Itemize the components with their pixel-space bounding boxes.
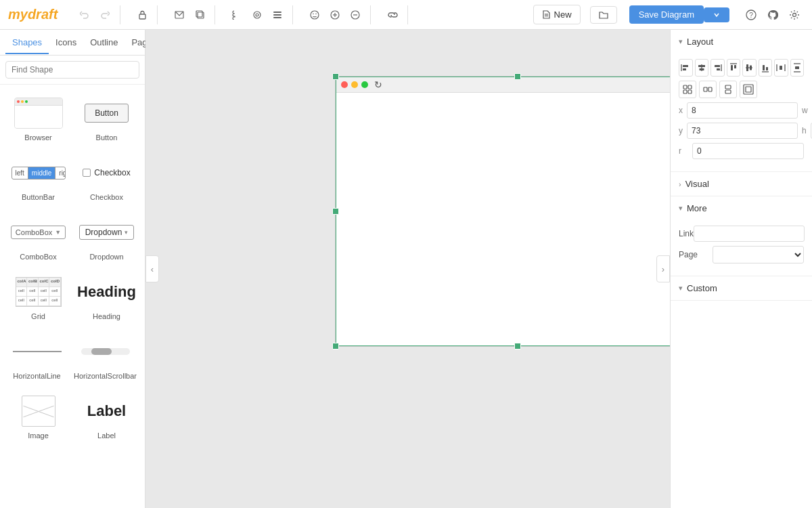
collapse-left-button[interactable]: ‹	[145, 255, 159, 282]
align-center-h-button[interactable]	[695, 59, 709, 77]
shape-horizontalscrollbar[interactable]: HorizontalScrollbar	[71, 329, 139, 385]
frame-titlebar: ↻	[336, 77, 670, 93]
shape-dropdown-label: Dropdown	[89, 253, 123, 261]
github-icon[interactable]	[763, 5, 782, 24]
redo-button[interactable]	[95, 5, 114, 24]
link-input[interactable]	[694, 226, 805, 242]
more-content: Link Page	[671, 220, 812, 276]
connect-btn-2[interactable]	[699, 81, 717, 98]
shape-horizontalline-label: HorizontalLine	[13, 372, 60, 380]
connect-btn-3[interactable]	[719, 81, 737, 98]
more-section: ▾ More Link Page	[671, 196, 812, 276]
more-header[interactable]: ▾ More	[671, 196, 812, 220]
handle-middle-left[interactable]	[332, 208, 339, 215]
save-dropdown-button[interactable]	[704, 7, 729, 22]
align-left-button[interactable]	[679, 59, 693, 77]
main-area: Shapes Icons Outline Pag ···	[0, 30, 812, 508]
shape-combobox-label: ComboBox	[20, 253, 56, 261]
custom-section: ▾ Custom	[671, 276, 812, 301]
svg-point-5	[256, 14, 258, 16]
distribute-h-button[interactable]	[774, 59, 788, 77]
shape-buttonbar[interactable]: leftmiddleright ButtonBar	[5, 150, 71, 207]
svg-rect-47	[688, 90, 692, 93]
format-button[interactable]	[248, 5, 267, 24]
shape-button[interactable]: Button Button	[74, 90, 139, 147]
visual-label: Visual	[685, 179, 709, 189]
shape-image[interactable]: Image	[5, 388, 71, 445]
canvas-frame[interactable]: ↻	[335, 76, 670, 347]
handle-bottom-left[interactable]	[332, 343, 339, 350]
left-tabs: Shapes Icons Outline Pag ···	[0, 30, 145, 56]
emoji1-button[interactable]	[305, 5, 324, 24]
lock-button[interactable]	[133, 5, 152, 24]
svg-rect-0	[139, 14, 145, 19]
cmd-button[interactable]	[227, 5, 246, 24]
layout-header[interactable]: ▾ Layout	[671, 30, 812, 54]
undo-button[interactable]	[75, 5, 94, 24]
collapse-right-button[interactable]: ›	[656, 255, 670, 282]
frame-refresh-icon[interactable]: ↻	[374, 79, 382, 90]
h-label: h	[802, 126, 807, 135]
distribute-v-button[interactable]	[790, 59, 805, 77]
y-label: y	[679, 126, 683, 135]
shape-heading[interactable]: Heading Heading	[74, 269, 139, 326]
page-select[interactable]	[713, 246, 804, 263]
connect-btn-4[interactable]	[740, 81, 757, 98]
r-input[interactable]	[692, 143, 804, 159]
shape-checkbox[interactable]: Checkbox Checkbox	[74, 150, 139, 207]
shape-horizontalline[interactable]: HorizontalLine	[5, 329, 68, 385]
shape-image-label: Image	[28, 431, 49, 440]
svg-rect-3	[196, 11, 202, 17]
page-label: Page	[679, 250, 713, 259]
folder-button[interactable]	[590, 6, 617, 24]
align-top-button[interactable]	[727, 59, 741, 77]
new-button[interactable]: New	[533, 5, 581, 24]
svg-rect-39	[766, 67, 768, 70]
visual-header[interactable]: › Visual	[671, 172, 812, 196]
canvas-area[interactable]: ‹ › ↻	[145, 30, 670, 508]
emoji2-button[interactable]	[325, 5, 344, 24]
x-input[interactable]	[687, 102, 798, 119]
save-diagram-button[interactable]: Save Diagram	[629, 5, 704, 24]
link-group	[378, 5, 408, 24]
shape-buttonbar-label: ButtonBar	[22, 193, 55, 201]
svg-rect-8	[273, 17, 281, 18]
xw-row: x w	[679, 102, 804, 119]
shape-combobox[interactable]: ComboBox ▼ ComboBox	[5, 209, 71, 266]
tab-icons[interactable]: Icons	[49, 32, 83, 54]
visual-section: › Visual	[671, 172, 812, 196]
x-label: x	[679, 106, 683, 115]
y-input[interactable]	[687, 123, 798, 139]
settings-icon[interactable]	[785, 5, 804, 24]
tab-outline[interactable]: Outline	[83, 32, 125, 54]
link-label: Link	[679, 229, 694, 238]
svg-point-21	[793, 13, 796, 16]
more-button[interactable]	[268, 5, 287, 24]
link-button[interactable]	[383, 5, 402, 24]
handle-bottom-center[interactable]	[514, 343, 521, 350]
align-right-button[interactable]	[710, 59, 725, 77]
align-middle-v-button[interactable]	[742, 59, 757, 77]
shape-button-label: Button	[96, 133, 118, 142]
mail-button[interactable]	[170, 5, 189, 24]
svg-rect-36	[750, 66, 752, 70]
shape-dropdown[interactable]: Dropdown ▾ Dropdown	[74, 209, 139, 266]
align-bottom-button[interactable]	[759, 59, 773, 77]
shape-label[interactable]: Label Label	[74, 388, 139, 445]
custom-header[interactable]: ▾ Custom	[671, 276, 812, 300]
svg-rect-6	[273, 12, 281, 13]
shape-browser-label: Browser	[24, 133, 51, 142]
page-row: Page	[679, 246, 804, 263]
tab-shapes[interactable]: Shapes	[5, 32, 49, 54]
handle-top-center[interactable]	[514, 73, 521, 80]
w-label: w	[802, 106, 808, 115]
svg-rect-2	[198, 12, 204, 18]
connect-btn-1[interactable]	[679, 81, 696, 98]
shape-browser[interactable]: Browser	[5, 90, 71, 147]
emoji3-button[interactable]	[346, 5, 365, 24]
shape-grid[interactable]: colAcolBcolCcolD cellcellcellcell cellce…	[5, 269, 71, 326]
handle-top-left[interactable]	[332, 73, 339, 80]
help-icon[interactable]: ?	[742, 5, 761, 24]
copy-button[interactable]	[190, 5, 209, 24]
search-input[interactable]	[5, 61, 139, 79]
